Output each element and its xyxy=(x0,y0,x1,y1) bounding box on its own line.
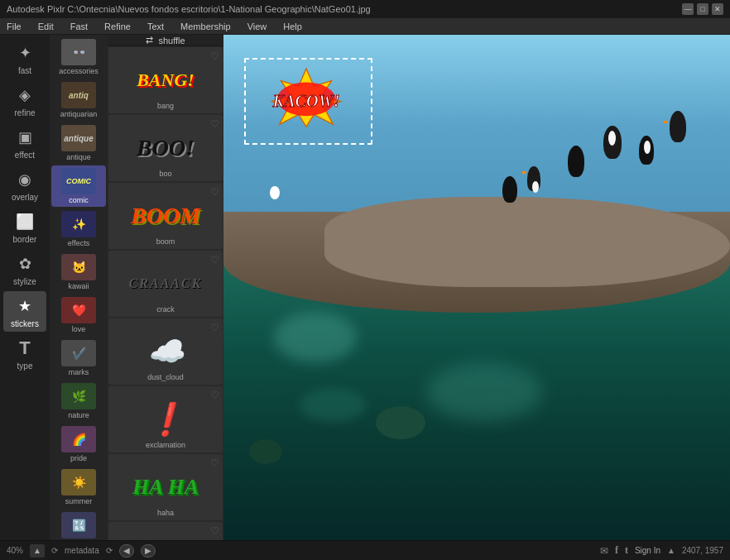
favorite-exclamation-button[interactable]: ♡ xyxy=(210,390,219,401)
menu-edit[interactable]: Edit xyxy=(35,20,57,33)
dust-cloud-label: dust_cloud xyxy=(147,373,184,381)
type-icon: T xyxy=(13,337,36,360)
titlebar: Autodesk Pixlr C:\Ontecnia\Nuevos fondos… xyxy=(0,0,730,18)
category-nature[interactable]: 🌿 nature xyxy=(51,381,106,422)
category-marks[interactable]: ✔️ marks xyxy=(51,337,106,379)
symbols-thumb: 🔣 xyxy=(61,512,96,538)
category-love[interactable]: ❤️ love xyxy=(51,294,106,336)
email-icon[interactable]: ✉ xyxy=(600,545,608,557)
bottombar: 40% ▲ ⟳ metadata ⟳ ◀ ▶ ✉ f t Sign In ▲ 2… xyxy=(0,540,730,560)
favorite-dust-cloud-button[interactable]: ♡ xyxy=(210,322,219,333)
sticker-heart[interactable]: ♡ ❤ heart xyxy=(108,522,223,540)
crack-label: crack xyxy=(156,305,175,314)
effects-thumb: ✨ xyxy=(61,211,96,237)
antiquarian-thumb: antiq xyxy=(61,82,96,108)
pride-thumb: 🌈 xyxy=(61,426,96,452)
sticker-crack[interactable]: ♡ CRAAACK crack xyxy=(108,251,223,317)
favorite-bang-button[interactable]: ♡ xyxy=(210,50,219,62)
canvas-area[interactable]: KACOW! xyxy=(223,35,730,540)
sticker-exclamation[interactable]: ♡ ❗ exclamation xyxy=(108,386,223,452)
fast-icon: ✦ xyxy=(13,41,36,65)
kawaii-thumb: 🐱 xyxy=(61,254,96,280)
left-toolbar: ✦ fast ◈ refine ▣ effect ◉ overlay ⬜ bor… xyxy=(0,35,50,540)
menu-fast[interactable]: Fast xyxy=(67,20,91,33)
next-image-button[interactable]: ▶ xyxy=(141,544,156,558)
refine-icon: ◈ xyxy=(13,84,36,107)
haha-label: haha xyxy=(157,509,174,517)
favorite-haha-button[interactable]: ♡ xyxy=(210,457,219,469)
tool-overlay[interactable]: ◉ overlay xyxy=(3,165,46,205)
antique-thumb: antique xyxy=(61,125,96,151)
stickers-panel: ⇄ shuffle ♡ BANG! bang ♡ BOO! boo ♡ BOOM… xyxy=(108,35,223,540)
minimize-button[interactable]: — xyxy=(682,3,694,15)
category-symbols[interactable]: 🔣 symbols xyxy=(51,510,106,540)
maximize-button[interactable]: □ xyxy=(697,3,708,15)
favorite-crack-button[interactable]: ♡ xyxy=(210,254,219,266)
close-button[interactable]: ✕ xyxy=(712,3,723,15)
overlay-icon: ◉ xyxy=(13,168,36,191)
prev-image-button[interactable]: ◀ xyxy=(119,544,134,558)
category-kawaii[interactable]: 🐱 kawaii xyxy=(51,251,106,293)
tool-effect[interactable]: ▣ effect xyxy=(3,122,46,163)
facebook-icon[interactable]: f xyxy=(615,544,618,557)
exclamation-label: exclamation xyxy=(146,441,185,449)
effect-icon: ▣ xyxy=(13,126,36,149)
category-antique[interactable]: antique antique xyxy=(51,122,106,164)
kacow-svg: KACOW! xyxy=(257,65,356,131)
categories-panel: 👓 accessories antiq antiquarian antique … xyxy=(50,35,108,540)
zoom-up-button[interactable]: ▲ xyxy=(30,544,45,558)
haha-preview: HA HA xyxy=(132,475,199,500)
menu-file[interactable]: File xyxy=(3,20,25,33)
bang-preview: BANG! xyxy=(137,69,195,91)
menu-text[interactable]: Text xyxy=(144,20,167,33)
sticker-bang[interactable]: ♡ BANG! bang xyxy=(108,47,223,113)
dust-cloud-preview: ☁️ xyxy=(147,334,185,369)
twitter-icon[interactable]: t xyxy=(625,544,628,557)
tool-stylize[interactable]: ✿ stylize xyxy=(3,249,46,290)
menu-refine[interactable]: Refine xyxy=(101,20,134,33)
active-sticker[interactable]: KACOW! xyxy=(257,66,356,128)
sticker-boom[interactable]: ♡ BOOM boom xyxy=(108,183,223,249)
svg-text:KACOW!: KACOW! xyxy=(271,92,339,110)
favorite-boom-button[interactable]: ♡ xyxy=(210,186,219,198)
metadata-label: metadata xyxy=(65,546,99,555)
rotate-icon: ⟳ xyxy=(51,546,58,555)
tool-border[interactable]: ⬜ border xyxy=(3,207,46,247)
border-icon: ⬜ xyxy=(13,210,36,233)
tool-type[interactable]: T type xyxy=(3,333,46,374)
category-comic[interactable]: COMIC comic xyxy=(51,165,106,207)
tool-fast[interactable]: ✦ fast xyxy=(3,38,46,79)
sticker-dust-cloud[interactable]: ♡ ☁️ dust_cloud xyxy=(108,318,223,385)
boom-label: boom xyxy=(156,237,175,246)
boo-label: boo xyxy=(159,170,171,178)
zoom-controls: 40% ▲ ⟳ metadata ⟳ ◀ ▶ xyxy=(7,544,156,558)
favorite-heart-button[interactable]: ♡ xyxy=(210,525,219,537)
tool-refine[interactable]: ◈ refine xyxy=(3,80,46,121)
marks-thumb: ✔️ xyxy=(61,340,96,366)
category-pride[interactable]: 🌈 pride xyxy=(51,424,106,465)
shuffle-button[interactable]: ⇄ shuffle xyxy=(108,35,223,46)
right-controls: ✉ f t Sign In ▲ 2407, 1957 xyxy=(600,544,723,557)
boo-preview: BOO! xyxy=(137,135,195,161)
tool-stickers[interactable]: ★ stickers xyxy=(3,291,46,332)
stylize-icon: ✿ xyxy=(13,252,36,275)
accessories-thumb: 👓 xyxy=(61,39,96,65)
menu-help[interactable]: Help xyxy=(280,20,305,33)
sticker-boo[interactable]: ♡ BOO! boo xyxy=(108,115,223,181)
boom-preview: BOOM xyxy=(131,203,200,229)
category-summer[interactable]: ☀️ summer xyxy=(51,467,106,508)
up-arrow-icon: ▲ xyxy=(667,546,675,555)
main-layout: ✦ fast ◈ refine ▣ effect ◉ overlay ⬜ bor… xyxy=(0,35,730,540)
menu-view[interactable]: View xyxy=(244,20,271,33)
sign-in-button[interactable]: Sign In xyxy=(635,546,660,555)
category-antiquarian[interactable]: antiq antiquarian xyxy=(51,79,106,121)
metadata-icon: ⟳ xyxy=(106,546,113,555)
category-effects[interactable]: ✨ effects xyxy=(51,208,106,250)
category-accessories[interactable]: 👓 accessories xyxy=(51,36,106,78)
favorite-boo-button[interactable]: ♡ xyxy=(210,118,219,130)
zoom-level: 40% xyxy=(7,546,23,555)
sticker-haha[interactable]: ♡ HA HA haha xyxy=(108,454,223,520)
menu-membership[interactable]: Membership xyxy=(177,20,234,33)
bang-label: bang xyxy=(157,102,174,110)
coordinates: 2407, 1957 xyxy=(682,546,723,555)
